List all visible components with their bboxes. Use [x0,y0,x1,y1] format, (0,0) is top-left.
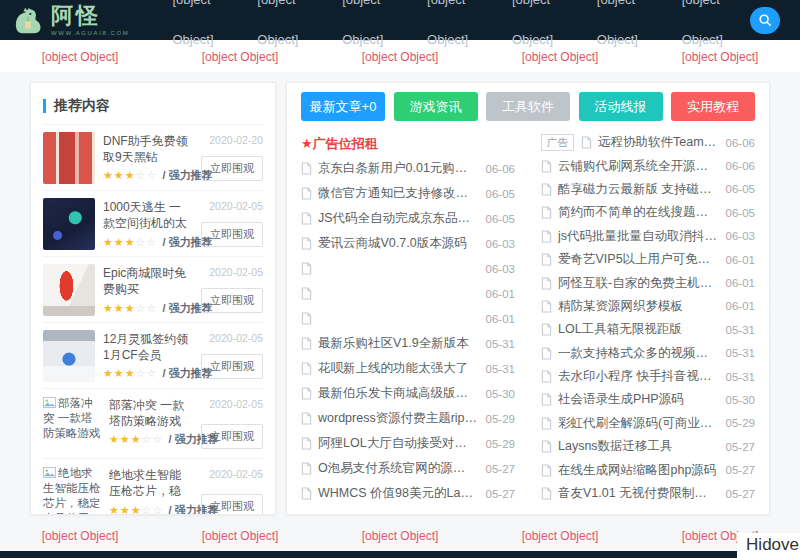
ad-space-row[interactable]: ★广告位招租 [301,131,515,156]
article-row[interactable]: 酷享磁力云最新版 支持磁力搜索下载和一... 06-05 [541,178,755,201]
ad-space-header[interactable]: ★广告位招租 [301,135,378,153]
category-tab[interactable]: 活动线报 [579,92,663,121]
article-title[interactable]: 远程协助软件TeamViewer v11 单文件版 [598,134,718,151]
text-ad-link[interactable]: [object Object] [682,50,759,64]
item-info: DNF助手免费领取9天黑钻 ★★★☆☆ / 强力推荐 [103,132,191,184]
category-tab[interactable]: 实用教程 [671,92,755,121]
article-row[interactable]: WHMCS 价值98美元的Lagom模板开源 05-27 [301,481,515,506]
article-title[interactable]: 一款支持格式众多的视频转换器 [558,345,718,362]
recommended-item[interactable]: 部落冲突 一款塔防策略游戏 部落冲突 一款塔防策略游戏 ★★★☆☆ / 强力推荐… [43,388,263,458]
article-title[interactable]: 爱讯云商城V0.7.0版本源码 [318,235,478,252]
view-now-button[interactable]: 立即围观 [201,156,263,181]
text-ad-link[interactable]: [object Object] [362,529,439,543]
article-row[interactable]: 06-03 [301,256,515,281]
article-row[interactable]: 06-01 [301,281,515,306]
recommended-title: 推荐内容 [54,97,110,115]
article-row[interactable]: 云铺购代刷网系统全开源可运营程序搭建 06-06 [541,154,755,177]
article-title[interactable]: 音友V1.01 无视付费限制全网音乐无损免费... [558,485,718,502]
view-now-button[interactable]: 立即围观 [201,424,263,449]
article-title[interactable]: 酷享磁力云最新版 支持磁力搜索下载和一... [558,181,718,198]
article-title[interactable]: 最新伯乐发卡商城高级版源码 无后门 [318,385,478,402]
category-tab[interactable]: 最新文章+0 [301,92,385,121]
article-row[interactable]: JS代码全自动完成京东品牌狂欢城活动任务 06-05 [301,206,515,231]
article-row[interactable]: 最新伯乐发卡商城高级版源码 无后门 05-30 [301,381,515,406]
article-row[interactable]: LOL工具箱无限视距版 05-31 [541,318,755,341]
article-title[interactable]: O泡易支付系统官网的源码开源 [318,460,478,477]
article-title[interactable]: 云铺购代刷网系统全开源可运营程序搭建 [558,158,718,175]
text-ad-link[interactable]: [object Object] [522,50,599,64]
article-row[interactable]: O泡易支付系统官网的源码开源 05-27 [301,456,515,481]
view-now-button[interactable]: 立即围观 [201,354,263,379]
article-title[interactable]: JS代码全自动完成京东品牌狂欢城活动任务 [318,210,478,227]
article-row[interactable]: 微信官方通知已支持修改微信号 06-05 [301,181,515,206]
article-row[interactable]: 社会语录生成PHP源码 05-30 [541,388,755,411]
article-title[interactable]: WHMCS 价值98美元的Lagom模板开源 [318,485,478,502]
bottom-text-ads: [object Object] [object Object] [object … [0,518,800,552]
article-row[interactable]: 阿狸LOL大厅自动接受对局工具 05-29 [301,431,515,456]
article-row[interactable]: js代码批量批量自动取消抖音关注 06-03 [541,225,755,248]
article-title[interactable]: 社会语录生成PHP源码 [558,391,718,408]
text-ad-link[interactable]: [object Object] [202,50,279,64]
article-row[interactable]: 彩虹代刷全解源码(可商业用途 防黑) 05-29 [541,412,755,435]
article-title[interactable]: wordpress资源付费主题ripro6.7含美化包... [318,410,478,427]
article-title[interactable]: 阿怪互联-自家的免费主机第一批正式开启 [558,275,718,292]
category-tab[interactable]: 游戏资讯 [394,92,478,121]
article-row[interactable]: 在线生成网站缩略图php源码 05-27 [541,458,755,481]
article-title[interactable]: 彩虹代刷全解源码(可商业用途 防黑) [558,415,718,432]
article-row[interactable]: 阿怪互联-自家的免费主机第一批正式开启 06-01 [541,271,755,294]
recommended-item[interactable]: 1000天逃生 一款空间街机的太空模拟经营游戏 1000天逃生 一款空间街机的太… [43,190,263,256]
item-date: 2020-02-05 [209,266,263,278]
recommended-item[interactable]: 12月灵狐签约领1月CF会员 12月灵狐签约领1月CF会员 ★★★☆☆ / 强力… [43,322,263,388]
article-row[interactable]: 简约而不简单的在线搜题源码 06-05 [541,201,755,224]
search-icon [758,13,772,27]
article-title[interactable]: 最新乐购社区V1.9全新版本 [318,335,478,352]
article-row[interactable]: 精防某资源网织梦模板 06-01 [541,295,755,318]
article-row[interactable]: 爱奇艺VIP5以上用户可免费发爱奇艺VIP红包 06-01 [541,248,755,271]
article-row[interactable]: 去水印小程序 快手抖音视频搬运工上热门... 05-31 [541,365,755,388]
article-title[interactable]: 在线生成网站缩略图php源码 [558,462,718,479]
search-button[interactable] [750,7,780,34]
article-title[interactable]: LOL工具箱无限视距版 [558,321,718,338]
article-row[interactable]: 音友V1.01 无视付费限制全网音乐无损免费... 05-27 [541,482,755,505]
document-icon [301,287,312,300]
ad-slot: [object Object] [320,47,480,65]
document-icon [301,237,312,250]
articles-panel: 最新文章+0 游戏资讯 工具软件 活动线报 实用教程 ★广告位招租 [286,82,770,515]
recommended-item[interactable]: DNF助手免费领取9天黑钻 DNF助手免费领取9天黑钻 ★★★☆☆ / 强力推荐… [43,124,263,190]
article-row[interactable]: 花呗新上线的功能太强大了 05-31 [301,356,515,381]
recommended-item[interactable]: 绝地求生智能压枪芯片，稳定大号使用，永久免费 绝地求生智能压枪芯片，稳定大号使用… [43,458,263,515]
article-title[interactable]: Laysns数据迁移工具 [558,438,718,455]
article-row[interactable]: 最新乐购社区V1.9全新版本 05-31 [301,331,515,356]
article-title[interactable]: 简约而不简单的在线搜题源码 [558,204,718,221]
article-row[interactable]: 一款支持格式众多的视频转换器 05-31 [541,342,755,365]
article-title[interactable]: js代码批量批量自动取消抖音关注 [558,228,718,245]
article-row[interactable]: 京东白条新用户0.01元购买3个月爱奇艺黄... 06-06 [301,156,515,181]
article-row[interactable]: 爱讯云商城V0.7.0版本源码 06-03 [301,231,515,256]
text-ad-link[interactable]: [object Object] [42,529,119,543]
article-row[interactable]: Laysns数据迁移工具 05-27 [541,435,755,458]
article-title[interactable]: 去水印小程序 快手抖音视频搬运工上热门... [558,368,718,385]
article-title[interactable]: 京东白条新用户0.01元购买3个月爱奇艺黄... [318,160,478,177]
text-ad-link[interactable]: [object Object] [42,50,119,64]
article-date: 05-31 [726,347,755,359]
view-now-button[interactable]: 立即围观 [201,288,263,313]
view-now-button[interactable]: 立即围观 [201,494,263,515]
article-row[interactable]: wordpress资源付费主题ripro6.7含美化包... 05-29 [301,406,515,431]
text-ad-link[interactable]: [object Object] [522,529,599,543]
article-title[interactable]: 阿狸LOL大厅自动接受对局工具 [318,435,478,452]
text-ad-link[interactable]: [object Object] [202,529,279,543]
article-title[interactable]: 爱奇艺VIP5以上用户可免费发爱奇艺VIP红包 [558,251,718,268]
article-title[interactable]: 花呗新上线的功能太强大了 [318,360,478,377]
recommended-item[interactable]: Epic商城限时免费购买《SUPERHOT》游戏 Epic商城限时免费购买《SU… [43,256,263,322]
article-title[interactable]: 精防某资源网织梦模板 [558,298,718,315]
thumbnail-alt-text: 部落冲突 一款塔防策略游戏 [43,396,101,441]
article-date: 05-27 [726,464,755,476]
view-now-button[interactable]: 立即围观 [201,222,263,247]
category-tab[interactable]: 工具软件 [486,92,570,121]
text-ad-link[interactable]: [object Object] [362,50,439,64]
article-date: 05-30 [726,394,755,406]
article-row[interactable]: 广告 远程协助软件TeamViewer v11 单文件版 06-06 [541,131,755,154]
article-row[interactable]: 06-01 [301,306,515,331]
article-title[interactable]: 微信官方通知已支持修改微信号 [318,185,478,202]
site-logo[interactable]: 阿怪 WWW.AGUAI8.COM [14,5,129,36]
